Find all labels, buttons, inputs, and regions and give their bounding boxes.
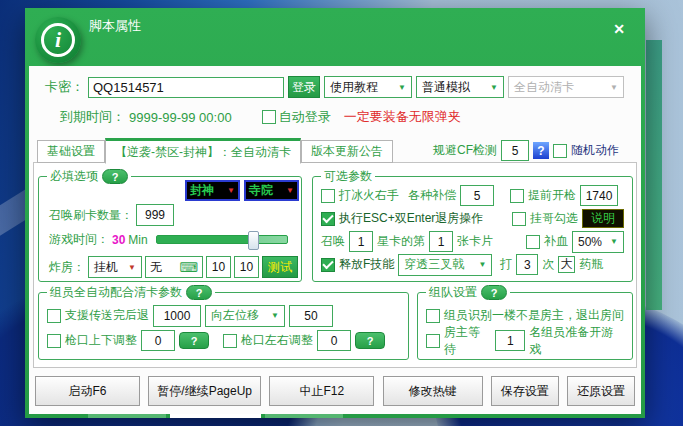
shift-direction-dropdown[interactable]: 向左位移 ▼	[205, 305, 285, 327]
optional-row-2: 执行ESC+双Enter退房操作 挂哥勾选 说明	[321, 207, 624, 230]
login-button[interactable]: 登录	[288, 76, 320, 98]
required-help-button[interactable]: ?	[102, 169, 128, 184]
support-checkbox[interactable]	[47, 309, 61, 323]
compensation-label: 各种补偿	[408, 187, 456, 204]
keyboard-icon: ⌨	[179, 260, 198, 275]
heal-checkbox[interactable]	[526, 235, 540, 249]
f-skill-value: 穿透三叉戟	[404, 256, 464, 273]
slider-thumb[interactable]	[248, 231, 259, 250]
auto-login-checkbox[interactable]	[262, 110, 276, 124]
bomb-hotkey-input[interactable]: 无 ⌨	[145, 256, 203, 278]
card-key-input[interactable]	[88, 77, 284, 98]
optional-row-4: 释放F技能 穿透三叉戟 ▼ 打 次 大 药瓶	[321, 253, 624, 276]
shift-input[interactable]	[289, 305, 333, 327]
f-skill-dropdown[interactable]: 穿透三叉戟 ▼	[398, 254, 492, 276]
cf-help-button[interactable]: ?	[533, 142, 549, 159]
summon-map-dropdown[interactable]: 封神 ▼	[185, 180, 240, 201]
star-card-label: 星卡的第	[377, 233, 425, 250]
muzzle-horizontal-input[interactable]	[317, 330, 351, 351]
muzzle-horizontal-checkbox[interactable]	[223, 334, 237, 348]
hit-unit-label: 次	[542, 256, 554, 273]
bomb-mode-dropdown[interactable]: 挂机 ▼	[88, 256, 142, 278]
hang-bro-label: 挂哥勾选	[530, 210, 578, 227]
cf-detection-label: 规避CF检测	[433, 142, 497, 159]
card-count-label: 召唤刷卡数量：	[49, 207, 133, 224]
hit-count-input[interactable]	[516, 254, 538, 275]
leave-room-checkbox[interactable]	[426, 309, 440, 323]
save-settings-button[interactable]: 保存设置	[491, 376, 559, 406]
restore-settings-button[interactable]: 还原设置	[567, 376, 635, 406]
bomb-room-label: 炸房：	[49, 259, 85, 276]
optional-params-group: 可选参数 打冰火右手 各种补偿 提前开枪 执行ESC+双Enter退房操作 挂哥…	[312, 176, 633, 282]
game-time-slider[interactable]	[156, 235, 288, 244]
chevron-down-icon: ▼	[128, 263, 136, 272]
hang-bro-checkbox[interactable]	[512, 212, 526, 226]
card-key-label: 卡密：	[45, 78, 84, 96]
clear-card-dropdown-value: 全自动清卡	[514, 79, 574, 96]
clear-card-dropdown-disabled: 全自动清卡 ▼	[508, 76, 624, 98]
optional-params-rows: 打冰火右手 各种补偿 提前开枪 执行ESC+双Enter退房操作 挂哥勾选 说明…	[313, 177, 632, 281]
muzzle-vertical-checkbox[interactable]	[47, 334, 61, 348]
host-wait-suffix: 名组员准备开游戏	[529, 324, 624, 358]
random-action-checkbox[interactable]	[553, 144, 567, 158]
chevron-down-icon: ▼	[286, 186, 294, 195]
window-title: 脚本属性	[89, 17, 141, 35]
bomb-hotkey-value: 无	[150, 259, 162, 276]
ice-fire-checkbox[interactable]	[321, 189, 335, 203]
muzzle-horizontal-help-button[interactable]: ?	[355, 332, 385, 349]
heal-percent-dropdown[interactable]: 50% ▼	[572, 231, 624, 253]
required-options-group: 必填选项 ? 封神 ▼ 寺院 ▼ 召唤刷卡数量： 游戏时间： 30 Min	[38, 176, 302, 282]
tab-base-config[interactable]: 基础设置	[37, 140, 105, 163]
tab-auto-clear-card[interactable]: 【逆袭-禁区-封神】：全自动清卡	[105, 138, 301, 164]
card-index-input[interactable]	[429, 231, 453, 252]
muzzle-vertical-help-button[interactable]: ?	[179, 332, 209, 349]
card-count-input[interactable]	[136, 204, 174, 226]
shift-direction-value: 向左位移	[211, 307, 259, 324]
close-icon[interactable]: ✕	[613, 21, 625, 37]
summon-map-value: 封神	[190, 182, 214, 199]
mode-dropdown[interactable]: 普通模拟 ▼	[416, 76, 504, 98]
test-button[interactable]: 测试	[262, 256, 298, 278]
pre-fire-label: 提前开枪	[528, 187, 576, 204]
game-time-value: 30	[112, 233, 125, 247]
abort-button[interactable]: 中止F12	[269, 376, 374, 406]
temple-dropdown[interactable]: 寺院 ▼	[244, 180, 299, 201]
pre-fire-checkbox[interactable]	[510, 189, 524, 203]
heal-percent-value: 50%	[578, 235, 602, 249]
esc-enter-checkbox[interactable]	[321, 212, 335, 226]
warning-text: 一定要装备无限弹夹	[344, 108, 461, 126]
required-options-title: 必填选项	[50, 168, 98, 185]
compensation-input[interactable]	[460, 185, 494, 206]
explain-button[interactable]: 说明	[582, 209, 624, 228]
bomb-num2-input[interactable]	[234, 256, 259, 278]
game-time-row: 游戏时间： 30 Min	[49, 231, 288, 248]
support-input[interactable]	[153, 305, 201, 327]
muzzle-vertical-label: 枪口上下调整	[65, 332, 137, 349]
bomb-num1-input[interactable]	[206, 256, 231, 278]
big-potion-box[interactable]: 大	[558, 256, 575, 273]
host-wait-checkbox[interactable]	[426, 334, 440, 348]
bomb-room-row: 炸房： 挂机 ▼ 无 ⌨ 测试	[49, 256, 298, 278]
script-properties-window: i 脚本属性 ✕ 基本设置 自定义界面 使用说明 卡密： 登录 使用教程 ▼ 普…	[25, 8, 645, 418]
chevron-down-icon: ▼	[227, 186, 235, 195]
bomb-mode-value: 挂机	[94, 259, 118, 276]
host-wait-input[interactable]	[495, 330, 525, 351]
cf-detection-controls: 规避CF检测 ? 随机动作	[433, 140, 619, 161]
tab-version-announcement[interactable]: 版本更新公告	[301, 140, 393, 163]
start-button[interactable]: 启动F6	[35, 376, 140, 406]
expire-label: 到期时间：	[60, 108, 125, 126]
muzzle-vertical-input[interactable]	[141, 330, 175, 351]
cf-detection-input[interactable]	[501, 140, 529, 161]
pre-fire-input[interactable]	[580, 185, 618, 206]
support-label: 支援传送完后退	[65, 307, 149, 324]
f-skill-checkbox[interactable]	[321, 258, 335, 272]
mode-dropdown-value: 普通模拟	[422, 79, 470, 96]
temple-value: 寺院	[249, 182, 273, 199]
chevron-down-icon: ▼	[610, 237, 618, 246]
modify-hotkeys-button[interactable]: 修改热键	[383, 376, 483, 406]
tutorial-dropdown[interactable]: 使用教程 ▼	[324, 76, 412, 98]
summon-star-input[interactable]	[349, 231, 373, 252]
game-time-unit: Min	[128, 233, 147, 247]
pause-resume-button[interactable]: 暂停/继续PageUp	[148, 376, 261, 406]
inner-tabstrip: 基础设置 【逆袭-禁区-封神】：全自动清卡 版本更新公告	[37, 138, 393, 164]
